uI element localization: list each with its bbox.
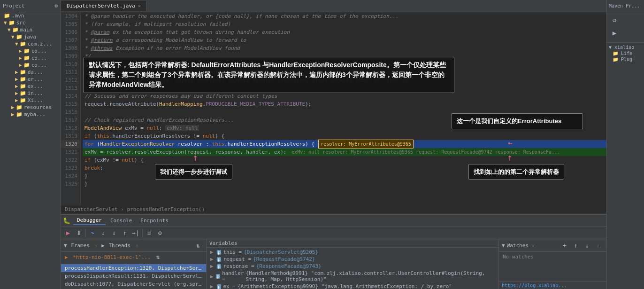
var-expand-icon[interactable]: ▶	[210, 249, 215, 255]
tree-item-src[interactable]: ▼📁src	[0, 19, 61, 26]
var-request[interactable]: ▶ p request = {RequestFacade@9742}	[207, 256, 498, 263]
watches-icon[interactable]: ▼	[502, 242, 505, 249]
tab-dispatcherservlet[interactable]: DispatcherServlet.java ✕	[61, 1, 147, 11]
tree-item-xi[interactable]: ▶📁Xi...	[0, 97, 61, 104]
var-ex[interactable]: ▶ p ex = {ArithmeticException@9990} "jav…	[207, 283, 498, 289]
variables-header: Variables	[207, 239, 498, 248]
bottom-left-annotation: 我们还得一步步进行调试	[155, 164, 232, 180]
var-expand-icon4[interactable]: ▶	[210, 273, 214, 280]
ln-1311: 1311	[61, 68, 80, 76]
tab-debugger[interactable]: Debugger	[73, 216, 106, 225]
run-to-cursor-button[interactable]: →|	[130, 228, 141, 238]
tab-endpoints[interactable]: Endpoints	[137, 217, 172, 225]
frames-filter-btn[interactable]: ⇅	[193, 240, 203, 250]
var-expand-icon5[interactable]: ▶	[210, 283, 215, 289]
main-container: Project ⚙ 📁.mvn ▼📁src ▼📁main ▼📁java ▼📁co…	[0, 0, 644, 289]
tree-item-main[interactable]: ▼📁main	[0, 26, 61, 33]
code-content[interactable]: 1304 1305 1306 1307 1308 1309 1310 1311 …	[61, 12, 606, 205]
tree-item-er[interactable]: ▶📁er...	[0, 76, 61, 83]
ln-1320: 1320	[61, 140, 80, 148]
threads-icon[interactable]: ▶	[101, 242, 105, 249]
frame-item-1[interactable]: processDispatchResult:1131, DispatcherSe…	[61, 272, 206, 280]
ln-1315: 1315	[61, 100, 80, 108]
ln-1325: 1325	[61, 180, 80, 188]
right-panel-header: Maven Pr...	[607, 0, 644, 12]
var-expand-icon2[interactable]: ▶	[210, 256, 215, 262]
code-line-1308: * @throws Exception if no error ModelAnd…	[83, 44, 606, 52]
var-response[interactable]: ▶ p response = {ResponseFacade@9743}	[207, 263, 498, 270]
debugger-panel: 🐛 Debugger Console Endpoints ▶ ⏸ ↷ ↓ ⇓	[61, 214, 606, 289]
plug-item[interactable]: 📁 Plug	[609, 57, 642, 62]
thread-nav-btn[interactable]: ⇅	[155, 253, 166, 263]
var-handler[interactable]: ▶ p handler = {HandlerMethod@9991} "com.…	[207, 270, 498, 283]
ln-1313: 1313	[61, 84, 80, 92]
step-over-button[interactable]: ↷	[87, 228, 98, 238]
tab-close-icon[interactable]: ✕	[138, 3, 141, 8]
var-this[interactable]: ▶ p this = {DispatcherServlet@9205}	[207, 249, 498, 256]
tree-item-co1[interactable]: ▶📁co...	[0, 47, 61, 55]
frames-label: ▼ Frames -	[64, 242, 98, 249]
watch-remove-btn[interactable]: -	[593, 240, 604, 250]
variables-panel: Variables ▶ p this = {DispatcherServlet@…	[207, 239, 498, 289]
maven-refresh-btn[interactable]: ↺	[609, 14, 620, 25]
code-line-1325: }	[83, 180, 606, 188]
var-type-icon: p	[217, 250, 221, 255]
maven-run-btn[interactable]: ▶	[609, 27, 620, 39]
tree-item-da[interactable]: ▶📁da...	[0, 69, 61, 76]
frame-thread[interactable]: ▶ *http-nio-8811-exec-1"... ⇅	[61, 252, 206, 264]
life-item[interactable]: 📁 Life	[609, 51, 642, 56]
tree-item-in[interactable]: ▶📁in...	[0, 90, 61, 97]
project-header: Project ⚙	[0, 0, 61, 12]
center-panel: DispatcherServlet.java ✕ 1304 1305 1306 …	[61, 0, 606, 289]
debug-icon: 🐛	[63, 217, 70, 224]
debugger-header: 🐛 Debugger Console Endpoints	[61, 215, 606, 227]
variables-list: ▶ p this = {DispatcherServlet@9205} ▶ p …	[207, 248, 498, 289]
side-annotation-text: 这一个是我们自定义的ErrorAttributes	[457, 117, 561, 125]
watch-up-btn[interactable]: ↑	[571, 240, 581, 250]
tree-item-co3[interactable]: ▶📁co...	[0, 62, 61, 69]
tree-item-co2[interactable]: ▶📁co...	[0, 55, 61, 62]
tree-item-ex[interactable]: ▶📁ex...	[0, 83, 61, 90]
watch-add-btn[interactable]: +	[560, 240, 570, 250]
var-type-icon2: p	[217, 257, 221, 262]
pause-button[interactable]: ⏸	[74, 228, 84, 238]
main-annotation-box: 默认情况下，包括两个异常解析器: DefaultErrorAttributes …	[84, 57, 454, 93]
bottom-right-annotation: 找到如上的的第二个异常解析器	[468, 164, 564, 180]
watch-down-btn[interactable]: ↓	[582, 240, 592, 250]
frames-icon[interactable]: ▼	[64, 242, 67, 249]
var-type-icon3: p	[217, 264, 221, 269]
ln-1309: 1309	[61, 52, 80, 60]
frame-item-2[interactable]: doDispatch:1077, DispatcherServlet (org.…	[61, 280, 206, 288]
settings-button[interactable]: ⚙	[155, 228, 165, 238]
status-link[interactable]: https://blog.xialiao...	[502, 283, 567, 288]
tab-console[interactable]: Console	[107, 217, 136, 225]
code-line-1314: // Success and error responses may use d…	[83, 92, 606, 100]
ln-1310: 1310	[61, 60, 80, 68]
gear-icon[interactable]: ⚙	[54, 3, 58, 9]
step-out-button[interactable]: ↑	[120, 228, 130, 238]
tree-item-mvn[interactable]: 📁.mvn	[0, 12, 61, 19]
code-line-1315: request.removeAttribute(HandlerMapping.P…	[83, 100, 606, 108]
code-line-1322: if (exMv != null) {	[83, 156, 606, 164]
tree-item-java[interactable]: ▼📁java	[0, 33, 61, 40]
watches-content: No watches	[499, 252, 606, 281]
bottom-left-text: 我们还得一步步进行调试	[160, 168, 227, 175]
resume-button[interactable]: ▶	[63, 228, 73, 238]
var-type-icon4: p	[216, 274, 220, 279]
xialiao-section: ▼ xialiao 📁 Life 📁 Plug	[607, 42, 644, 64]
tree-item-myba[interactable]: ▶📁myba...	[0, 111, 61, 118]
evaluate-button[interactable]: ≡	[144, 228, 154, 238]
tree-item-resources[interactable]: ▶📁resources	[0, 104, 61, 111]
frame-item-0[interactable]: processHandlerException:1320, Dispatcher…	[61, 264, 206, 272]
ln-1317: 1317	[61, 116, 80, 124]
var-expand-icon3[interactable]: ▶	[210, 263, 215, 269]
code-line-1305: * (for example, if multipart resolution …	[83, 20, 606, 28]
right-panel: Maven Pr... ↺ ▶ ▼ xialiao 📁 Life 📁 Plug	[606, 0, 644, 289]
ln-1304: 1304	[61, 12, 80, 20]
step-into-button[interactable]: ↓	[98, 228, 108, 238]
tree-item-com[interactable]: ▼📁com.z...	[0, 40, 61, 47]
status-bar: https://blog.xialiao...	[499, 281, 606, 289]
ln-1314: 1314	[61, 92, 80, 100]
no-watches-label: No watches	[503, 254, 534, 260]
force-step-into-button[interactable]: ⇓	[109, 228, 119, 238]
